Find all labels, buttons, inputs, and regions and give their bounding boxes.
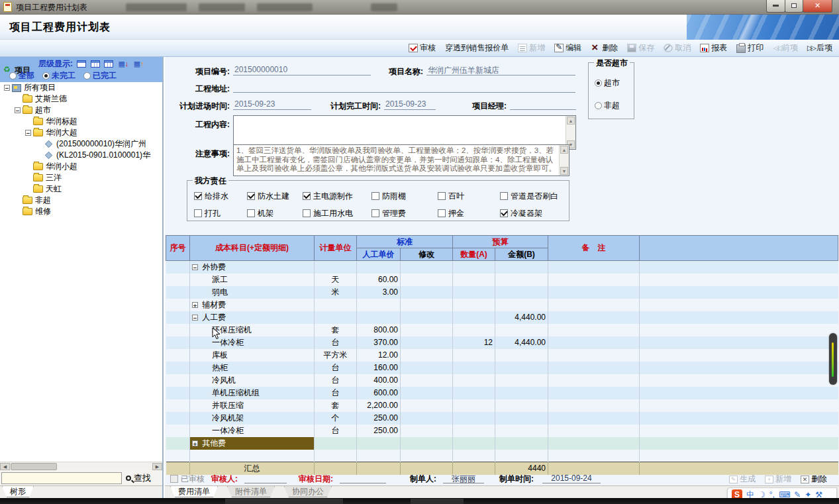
supermarket-option-超市[interactable]: 超市 <box>595 77 620 89</box>
toolbar-button-审核[interactable]: 审核 <box>409 42 436 54</box>
notes-scrollbar[interactable]: ▲▼ <box>559 145 569 176</box>
table-row[interactable]: + 辅材费 <box>166 299 838 311</box>
col-budget[interactable]: 预算 <box>453 236 548 248</box>
responsibility-checkbox-给排水[interactable]: 给排水 <box>194 187 247 205</box>
responsibility-checkbox-机架[interactable]: 机架 <box>247 205 303 222</box>
responsibility-checkbox-冷凝器架[interactable]: 冷凝器架 <box>500 205 573 222</box>
table-view-icon[interactable] <box>104 60 113 68</box>
make-time-field[interactable]: 2015-09-24 <box>542 474 601 483</box>
table-row[interactable]: 库板平方米12.00 <box>166 349 838 362</box>
scroll-left-icon[interactable]: ◀ <box>0 463 10 470</box>
col-amount[interactable]: 金额(B) <box>495 248 548 261</box>
tree-item[interactable]: 非超 <box>0 195 162 206</box>
table-row[interactable]: 热柜台160.00 <box>166 362 838 374</box>
toolbar-button-穿透到销售报价单[interactable]: 穿透到销售报价单 <box>445 42 509 54</box>
scroll-up-icon[interactable]: ▲ <box>567 117 575 125</box>
search-button[interactable]: 查找 <box>126 472 151 484</box>
sort-desc-icon[interactable]: ▦↓ <box>118 60 128 68</box>
toolbar-button-编辑[interactable]: 编辑 <box>554 42 581 54</box>
plan-start-field[interactable]: 2015-09-23 <box>233 99 311 110</box>
table-row[interactable]: 并联压缩套2,200.00 <box>166 399 838 412</box>
tree-item[interactable]: −超市 <box>0 105 162 116</box>
col-item[interactable]: 成本科目(+定额明细) <box>190 236 315 261</box>
table-row[interactable]: 派工天60.00 <box>166 274 838 286</box>
responsibility-checkbox-施工用水电[interactable]: 施工用水电 <box>303 205 371 222</box>
col-standard[interactable]: 标准 <box>357 236 453 248</box>
tab-tree[interactable]: 树形 <box>2 486 34 497</box>
scroll-down-icon[interactable]: ▼ <box>560 167 568 175</box>
responsibility-checkbox-主电源制作[interactable]: 主电源制作 <box>303 187 371 205</box>
table-row[interactable]: 一体冷柜台370.00124,440.00 <box>166 336 838 349</box>
scroll-thumb[interactable] <box>11 463 57 470</box>
table-row[interactable] <box>166 450 838 462</box>
tree-item[interactable]: 华润标超 <box>0 116 162 127</box>
col-seq[interactable]: 序号 <box>166 236 190 261</box>
toolbar-button-后项[interactable]: ▷▷后项 <box>807 42 832 54</box>
tree-item[interactable]: 华润小超 <box>0 161 162 172</box>
tree-expander-icon[interactable]: − <box>25 130 31 136</box>
windows-taskbar[interactable] <box>0 498 839 504</box>
row-expander-icon[interactable]: − <box>192 315 198 321</box>
table-row[interactable]: 冷风机架个250.00 <box>166 412 838 425</box>
manager-field[interactable] <box>510 99 576 110</box>
col-note[interactable]: 备 注 <box>548 236 640 261</box>
address-field[interactable] <box>233 82 575 93</box>
responsibility-checkbox-管道是否刷白[interactable]: 管道是否刷白 <box>500 187 573 205</box>
tree-item[interactable]: (KL2015-0901.0100001)华 <box>0 150 162 161</box>
supermarket-option-非超[interactable]: 非超 <box>595 100 620 111</box>
scroll-right-icon[interactable]: ▶ <box>152 463 162 470</box>
table-row[interactable]: 环保压缩机套800.00 <box>166 324 838 336</box>
table-row[interactable]: − 外协费 <box>166 261 838 274</box>
responsibility-checkbox-押金[interactable]: 押金 <box>438 205 500 222</box>
grid-vertical-scrollbar[interactable] <box>829 333 837 385</box>
project-no-field[interactable]: 201500000010 <box>233 65 371 76</box>
tree-expander-icon[interactable]: − <box>4 85 10 91</box>
responsibility-checkbox-百叶[interactable]: 百叶 <box>438 187 500 205</box>
plan-finish-field[interactable]: 2015-09-23 <box>384 99 436 110</box>
minimize-button[interactable] <box>766 0 785 13</box>
footer-button-删除[interactable]: ✕删除 <box>801 474 827 485</box>
responsibility-checkbox-防雨棚[interactable]: 防雨棚 <box>371 187 438 205</box>
responsibility-checkbox-管理费[interactable]: 管理费 <box>371 205 438 222</box>
toolbar-button-报表[interactable]: 报表 <box>700 42 727 54</box>
maker-field[interactable]: 张丽丽 <box>443 474 484 483</box>
col-modify[interactable]: 修改 <box>401 248 453 261</box>
toolbar-button-打印[interactable]: 打印 <box>736 42 764 54</box>
col-qty[interactable]: 数量(A) <box>453 248 495 261</box>
split-view-icon[interactable] <box>91 60 100 68</box>
table-row[interactable]: 冷风机台400.00 <box>166 374 838 387</box>
col-unit[interactable]: 计量单位 <box>315 236 357 261</box>
window-titlebar[interactable]: 项目工程费用计划表 ✕ <box>0 0 839 15</box>
audit-date-field[interactable] <box>340 474 386 483</box>
tree-item[interactable]: 三洋 <box>0 172 162 183</box>
toolbar-button-删除[interactable]: 删除 <box>591 42 618 54</box>
notes-textarea[interactable]: 1、签回三洋送货单、华润版验收单及我司验收单、工程量验收单；2、按华润要求接货，… <box>233 144 569 176</box>
table-row[interactable]: 单机压缩机组台600.00 <box>166 387 838 399</box>
col-price[interactable]: 人工单价 <box>357 248 401 261</box>
layout-view-icon[interactable] <box>77 60 86 68</box>
tree-item[interactable]: 艾斯兰德 <box>0 93 162 105</box>
tree-filter-未完工[interactable]: 未完工 <box>42 70 75 81</box>
restore-button[interactable] <box>785 0 803 13</box>
tree-item[interactable]: 天虹 <box>0 183 162 195</box>
tree-filter-全部[interactable]: 全部 <box>9 70 34 81</box>
taskbar-button[interactable] <box>225 499 343 504</box>
scroll-up-icon[interactable]: ▲ <box>560 146 568 154</box>
row-expander-icon[interactable]: + <box>192 302 198 308</box>
tree-item[interactable]: −华润大超 <box>0 127 162 138</box>
row-expander-icon[interactable]: + <box>192 440 198 446</box>
close-button[interactable]: ✕ <box>803 0 832 13</box>
tree-item[interactable]: (201500000010)华润广州 <box>0 138 162 150</box>
tab-费用清单[interactable]: 费用清单 <box>170 486 218 497</box>
search-input[interactable] <box>1 472 122 484</box>
project-name-field[interactable]: 华润广州伍羊新城店 <box>426 65 575 76</box>
table-row[interactable]: 弱电米3.00 <box>166 286 838 299</box>
auditor-field[interactable] <box>244 474 287 483</box>
table-row[interactable]: + 其他费 <box>166 437 838 450</box>
table-row[interactable]: − 人工费4,440.00 <box>166 311 838 324</box>
tree-item[interactable]: −所有项目 <box>0 82 162 93</box>
table-row[interactable]: 一体冷柜台250.00 <box>166 425 838 437</box>
tab-附件清单[interactable]: 附件清单 <box>227 486 275 497</box>
tree-item[interactable]: 维修 <box>0 206 162 217</box>
tree-horizontal-scrollbar[interactable]: ◀ ▶ <box>0 462 162 470</box>
